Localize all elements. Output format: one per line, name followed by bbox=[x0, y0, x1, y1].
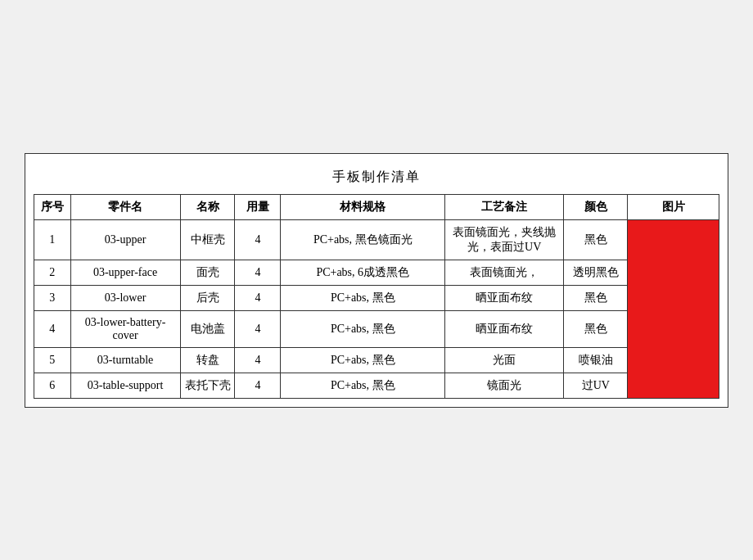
table-title: 手板制作清单 bbox=[34, 162, 719, 194]
table-row: 303-lower后壳4PC+abs, 黑色晒亚面布纹黑色 bbox=[34, 285, 719, 310]
header-name: 名称 bbox=[180, 194, 235, 219]
cell-process: 光面 bbox=[445, 347, 564, 373]
cell-qty: 4 bbox=[235, 373, 281, 398]
cell-seq: 5 bbox=[34, 347, 71, 373]
table-row: 603-table-support表托下壳4PC+abs, 黑色镜面光过UV bbox=[34, 373, 719, 398]
cell-color: 黑色 bbox=[564, 310, 628, 347]
table-row: 503-turntable转盘4PC+abs, 黑色光面喷银油 bbox=[34, 347, 719, 373]
cell-color: 喷银油 bbox=[564, 347, 628, 373]
cell-name: 中框壳 bbox=[180, 219, 235, 260]
header-spec: 材料规格 bbox=[281, 194, 445, 219]
cell-process: 表面镜面光， bbox=[445, 260, 564, 285]
cell-color: 过UV bbox=[564, 373, 628, 398]
cell-qty: 4 bbox=[235, 347, 281, 373]
cell-seq: 3 bbox=[34, 285, 71, 310]
header-image: 图片 bbox=[628, 194, 719, 219]
table-row: 203-upper-face面壳4PC+abs, 6成透黑色表面镜面光，透明黑色 bbox=[34, 260, 719, 285]
cell-spec: PC+abs, 6成透黑色 bbox=[281, 260, 445, 285]
cell-spec: PC+abs, 黑色 bbox=[281, 285, 445, 310]
cell-part-code: 03-table-support bbox=[70, 373, 180, 398]
cell-qty: 4 bbox=[235, 285, 281, 310]
header-seq: 序号 bbox=[34, 194, 71, 219]
cell-part-code: 03-upper bbox=[70, 219, 180, 260]
cell-process: 表面镜面光，夹线抛光，表面过UV bbox=[445, 219, 564, 260]
cell-seq: 1 bbox=[34, 219, 71, 260]
cell-part-code: 03-upper-face bbox=[70, 260, 180, 285]
cell-qty: 4 bbox=[235, 260, 281, 285]
table-row: 403-lower-battery-cover电池盖4PC+abs, 黑色晒亚面… bbox=[34, 310, 719, 347]
cell-qty: 4 bbox=[235, 219, 281, 260]
cell-name: 表托下壳 bbox=[180, 373, 235, 398]
cell-image bbox=[628, 219, 719, 398]
parts-table: 序号 零件名 名称 用量 材料规格 工艺备注 颜色 图片 103-upper中框… bbox=[34, 194, 719, 399]
cell-spec: PC+abs, 黑色 bbox=[281, 310, 445, 347]
cell-name: 转盘 bbox=[180, 347, 235, 373]
cell-part-code: 03-lower-battery-cover bbox=[70, 310, 180, 347]
cell-spec: PC+abs, 黑色镜面光 bbox=[281, 219, 445, 260]
cell-color: 黑色 bbox=[564, 219, 628, 260]
cell-name: 电池盖 bbox=[180, 310, 235, 347]
cell-color: 透明黑色 bbox=[564, 260, 628, 285]
cell-part-code: 03-lower bbox=[70, 285, 180, 310]
cell-spec: PC+abs, 黑色 bbox=[281, 347, 445, 373]
header-part-code: 零件名 bbox=[70, 194, 180, 219]
cell-process: 镜面光 bbox=[445, 373, 564, 398]
cell-process: 晒亚面布纹 bbox=[445, 285, 564, 310]
cell-color: 黑色 bbox=[564, 285, 628, 310]
cell-process: 晒亚面布纹 bbox=[445, 310, 564, 347]
cell-seq: 4 bbox=[34, 310, 71, 347]
cell-name: 面壳 bbox=[180, 260, 235, 285]
cell-spec: PC+abs, 黑色 bbox=[281, 373, 445, 398]
header-qty: 用量 bbox=[235, 194, 281, 219]
cell-seq: 2 bbox=[34, 260, 71, 285]
header-color: 颜色 bbox=[564, 194, 628, 219]
table-row: 103-upper中框壳4PC+abs, 黑色镜面光表面镜面光，夹线抛光，表面过… bbox=[34, 219, 719, 260]
header-process: 工艺备注 bbox=[445, 194, 564, 219]
cell-part-code: 03-turntable bbox=[70, 347, 180, 373]
cell-qty: 4 bbox=[235, 310, 281, 347]
main-container: 手板制作清单 序号 零件名 名称 用量 材料规格 工艺备注 颜色 图片 bbox=[25, 153, 728, 408]
cell-name: 后壳 bbox=[180, 285, 235, 310]
cell-seq: 6 bbox=[34, 373, 71, 398]
